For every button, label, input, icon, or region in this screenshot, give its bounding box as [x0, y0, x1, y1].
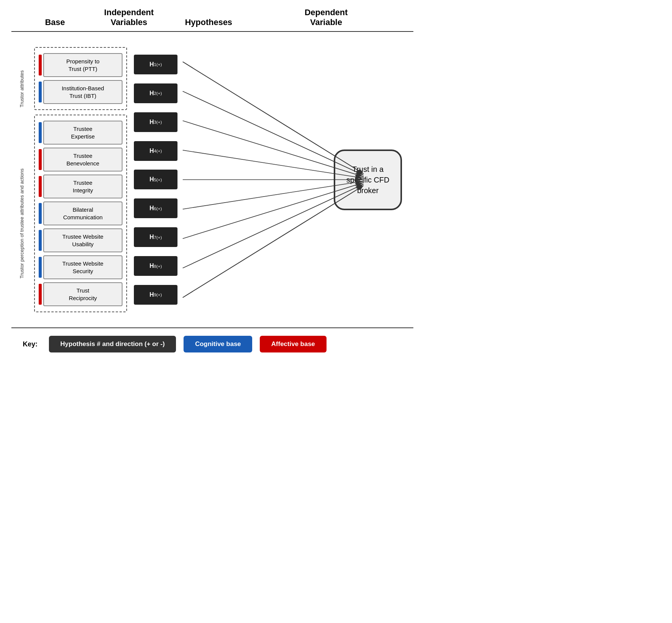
hyp-h6: H6(+)	[134, 198, 177, 218]
main-content: Trustor attributes Trustor perception of…	[11, 47, 413, 312]
hyp-h1: H1(+)	[134, 55, 177, 74]
benevolence-color-bar	[39, 149, 42, 170]
header-base: Base	[34, 17, 76, 27]
ibt-color-bar	[39, 82, 42, 102]
key-cognitive-base: Cognitive base	[184, 336, 252, 352]
reciprocity-color-bar	[39, 284, 42, 305]
usability-color-bar	[39, 230, 42, 251]
variable-communication: BilateralCommunication	[39, 201, 122, 225]
reciprocity-box: TrustReciprocity	[43, 282, 122, 306]
hyp-h7: H7(+)	[134, 227, 177, 247]
ibt-box: Institution-BasedTrust (IBT)	[43, 80, 122, 104]
integrity-box: TrusteeIntegrity	[43, 175, 122, 198]
hyp-h5: H5(+)	[134, 170, 177, 189]
variable-expertise: TrusteeExpertise	[39, 121, 122, 145]
expertise-color-bar	[39, 122, 42, 143]
communication-color-bar	[39, 203, 42, 224]
variables-column: Propensity toTrust (PTT) Institution-Bas…	[34, 47, 127, 312]
security-box: Trustee WebsiteSecurity	[43, 255, 122, 279]
expertise-box: TrusteeExpertise	[43, 121, 122, 145]
footer-key: Key: Hypothesis # and direction (+ or -)…	[11, 327, 413, 352]
hyp-h9: H9(+)	[134, 285, 177, 305]
key-hypothesis: Hypothesis # and direction (+ or -)	[49, 336, 176, 352]
ptt-color-bar	[39, 55, 42, 76]
header-hypotheses: Hypotheses	[178, 17, 239, 27]
communication-box: BilateralCommunication	[43, 201, 122, 225]
variable-integrity: TrusteeIntegrity	[39, 175, 122, 198]
diagram-container: Base IndependentVariables Hypotheses Dep…	[0, 0, 425, 360]
variable-benevolence: TrusteeBenevolence	[39, 148, 122, 171]
hypotheses-column: H1(+) H2(+) H3(+) H4(+) H5(+) H6(+) H7(+…	[134, 47, 177, 312]
variable-ptt: Propensity toTrust (PTT)	[39, 53, 122, 77]
arrow-dv-area: Trust in aspecific CFDbroker	[177, 47, 413, 312]
ptt-box: Propensity toTrust (PTT)	[43, 53, 122, 77]
hyp-h4: H4(+)	[134, 141, 177, 161]
hyp-h8: H8(+)	[134, 256, 177, 276]
header-independent-variables: IndependentVariables	[87, 8, 171, 27]
hyp-h3: H3(+)	[134, 112, 177, 132]
hyp-h2: H2(+)	[134, 83, 177, 103]
integrity-color-bar	[39, 176, 42, 197]
header-row: Base IndependentVariables Hypotheses Dep…	[11, 8, 413, 32]
trustor-perception-box: TrusteeExpertise TrusteeBenevolence Trus…	[34, 115, 127, 312]
left-labels: Trustor attributes Trustor perception of…	[11, 47, 32, 312]
variable-reciprocity: TrustReciprocity	[39, 282, 122, 306]
trustor-attributes-label: Trustor attributes	[11, 47, 32, 131]
variable-ibt: Institution-BasedTrust (IBT)	[39, 80, 122, 104]
usability-box: Trustee WebsiteUsability	[43, 228, 122, 252]
trustor-attributes-box: Propensity toTrust (PTT) Institution-Bas…	[34, 47, 127, 110]
key-affective-base: Affective base	[260, 336, 326, 352]
security-color-bar	[39, 257, 42, 278]
key-label: Key:	[23, 340, 38, 348]
variable-security: Trustee WebsiteSecurity	[39, 255, 122, 279]
header-dependent-variable: DependentVariable	[239, 8, 413, 27]
benevolence-box: TrusteeBenevolence	[43, 148, 122, 171]
variable-usability: Trustee WebsiteUsability	[39, 228, 122, 252]
trustor-perception-label: Trustor perception of trustee attributes…	[11, 134, 32, 312]
dependent-variable-box: Trust in aspecific CFDbroker	[334, 149, 402, 210]
